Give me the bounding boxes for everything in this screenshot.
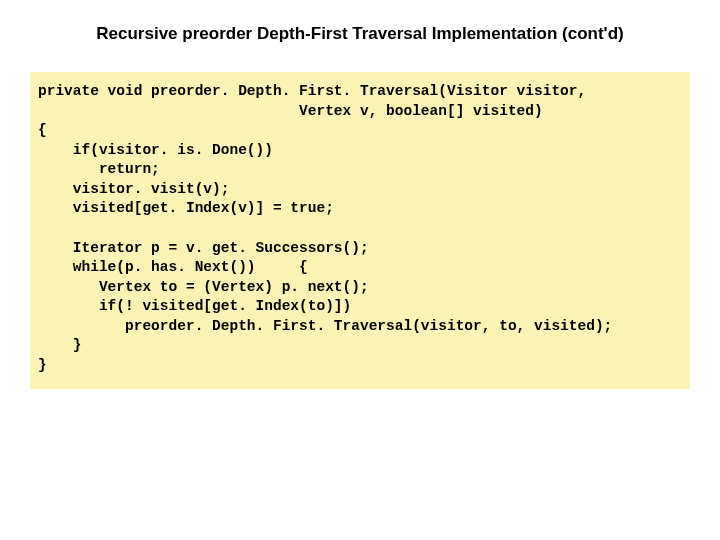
code-block: private void preorder. Depth. First. Tra… <box>30 72 690 389</box>
slide-title: Recursive preorder Depth-First Traversal… <box>40 24 680 44</box>
